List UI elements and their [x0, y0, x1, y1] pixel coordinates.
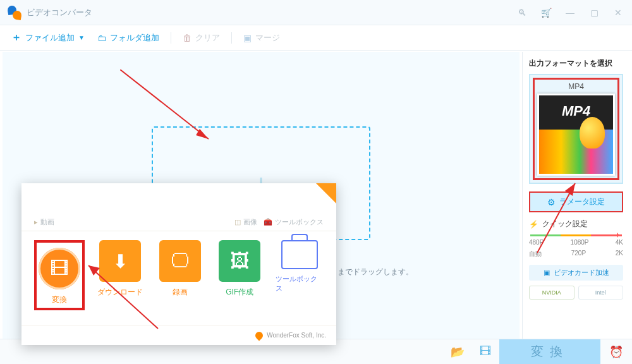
convert-button[interactable]: 変換: [499, 339, 600, 365]
chip-label: Intel: [595, 289, 606, 296]
output-format-selector[interactable]: MP4 MP4: [529, 74, 623, 184]
res-label: 1080P: [571, 239, 589, 246]
trash-icon: 🗑: [183, 33, 191, 43]
tool-toolbox[interactable]: ツールボックス: [276, 240, 324, 310]
cart-icon[interactable]: 🛒: [540, 8, 552, 18]
film-icon[interactable]: 🎞: [471, 345, 499, 358]
picture-icon: 🖼: [219, 240, 260, 282]
tools-popup: ▸動画 ◫画像 🧰ツールボックス 🎞 変換 ⬇ ダウンロード 🖵 録画 🖼 GI…: [21, 183, 336, 345]
add-folder-label: フォルダ追加: [110, 32, 159, 44]
res-label: 480P: [529, 239, 544, 246]
add-file-button[interactable]: ＋ ファイル追加 ▼: [8, 31, 88, 44]
separator: [171, 32, 171, 44]
res-label: 4K: [616, 239, 623, 246]
intel-chip[interactable]: Intel: [578, 286, 624, 300]
screen-icon: 🖵: [159, 240, 201, 282]
plus-icon: ＋: [11, 31, 21, 44]
download-icon: ⬇: [99, 240, 141, 282]
search-icon[interactable]: 🔍︎: [516, 8, 528, 18]
titlebar: ビデオコンバータ 🔍︎ 🛒 — ▢ ✕: [0, 0, 632, 25]
briefcase-icon: [281, 240, 318, 269]
format-thumb-art: [539, 130, 613, 174]
param-label: ラメータ設定: [559, 197, 605, 207]
merge-button[interactable]: ▣ マージ: [240, 32, 284, 44]
tool-gif[interactable]: 🖼 GIF作成: [216, 240, 264, 310]
lightning-icon: ⚡: [529, 220, 538, 229]
brand-icon: [254, 330, 265, 341]
tool-label: 録画: [173, 287, 188, 298]
sidebar: 出力フォーマットを選択 MP4 MP4 ⚙ ラメータ設定 ⚡ クイック設定 48…: [522, 52, 629, 339]
format-label: MP4: [537, 82, 615, 91]
quick-label: クイック設定: [542, 219, 588, 229]
res-label: 720P: [571, 250, 586, 258]
toolbox-section-icon: 🧰: [264, 218, 272, 226]
folder-icon: 🗀: [97, 33, 106, 43]
gpu-accel-button[interactable]: ▣ ビデオカード加速: [529, 265, 623, 281]
merge-label: マージ: [255, 32, 280, 44]
tool-label: ダウンロード: [97, 287, 143, 298]
tool-label: ツールボックス: [276, 274, 324, 293]
quick-settings: ⚡ クイック設定 480P 1080P 4K 自動 720P 2K: [529, 219, 623, 258]
chip-label: NVIDIA: [542, 289, 561, 296]
section-toolbox: ツールボックス: [275, 217, 324, 227]
clear-label: クリア: [195, 32, 220, 44]
schedule-icon[interactable]: ⏰: [600, 345, 632, 359]
app-logo-icon: [8, 6, 21, 20]
res-label: 2K: [616, 250, 623, 258]
merge-icon: ▣: [243, 33, 252, 43]
chip-icon: ▣: [544, 269, 550, 277]
parameter-settings-button[interactable]: ⚙ ラメータ設定: [529, 191, 623, 212]
brand-label: WonderFox Soft, Inc.: [267, 332, 326, 339]
image-section-icon: ◫: [234, 218, 241, 226]
section-video: 動画: [40, 217, 54, 227]
app-title: ビデオコンバータ: [27, 7, 516, 18]
window-maximize-icon[interactable]: ▢: [588, 8, 600, 18]
gpu-label: ビデオカード加速: [554, 268, 609, 277]
format-thumb-text: MP4: [539, 103, 613, 119]
film-icon: 🎞: [39, 248, 80, 289]
chevron-down-icon: ▼: [78, 34, 85, 41]
tool-label: GIF作成: [226, 287, 253, 298]
window-close-icon[interactable]: ✕: [612, 8, 624, 18]
convert-label: 変換: [531, 343, 569, 360]
settings-icon: ⚙: [547, 197, 556, 207]
tool-label: 変換: [52, 294, 67, 305]
tool-download[interactable]: ⬇ ダウンロード: [96, 240, 145, 310]
tool-record[interactable]: 🖵 録画: [156, 240, 205, 310]
section-image: 画像: [243, 217, 257, 227]
clear-button[interactable]: 🗑 クリア: [179, 32, 224, 44]
drop-hint-text: こまでドラッグします。: [330, 267, 413, 277]
toolbar: ＋ ファイル追加 ▼ 🗀 フォルダ追加 🗑 クリア ▣ マージ: [0, 25, 632, 51]
add-folder-button[interactable]: 🗀 フォルダ追加: [94, 32, 163, 44]
tool-convert[interactable]: 🎞 変換: [34, 240, 85, 310]
nvidia-chip[interactable]: NVIDIA: [529, 286, 574, 300]
popup-footer: WonderFox Soft, Inc.: [21, 325, 336, 345]
quality-slider[interactable]: [530, 234, 622, 236]
video-section-icon: ▸: [34, 218, 38, 226]
separator: [231, 32, 232, 44]
res-label: 自動: [529, 250, 542, 258]
folder-open-icon[interactable]: 📂: [444, 345, 471, 359]
sidebar-title: 出力フォーマットを選択: [529, 58, 623, 69]
add-file-label: ファイル追加: [25, 32, 75, 44]
format-thumbnail: MP4: [537, 94, 615, 176]
corner-badge: [316, 183, 336, 203]
window-minimize-icon[interactable]: —: [564, 8, 576, 18]
